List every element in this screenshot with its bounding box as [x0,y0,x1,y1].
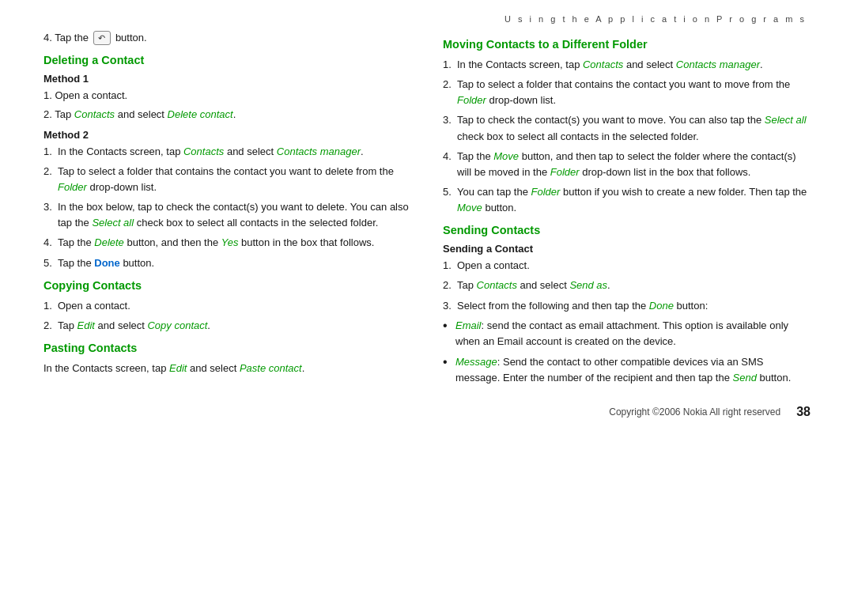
folder-link-mv2: Folder [457,94,486,106]
delete-link-m2: Delete [94,236,124,248]
method1-step1: 1. Open a contact. [43,88,411,104]
method1-step2: 2. Tap Contacts and select Delete contac… [43,107,411,123]
step4-intro: 4. Tap the ↶ button. [43,30,411,46]
folder-link-m2s2: Folder [58,181,87,193]
moving-contacts-title: Moving Contacts to a Different Folder [443,38,811,51]
contacts-link-mv1: Contacts [583,59,623,70]
send-step3: 3. Select from the following and then ta… [443,298,811,314]
method2-step3: 3. In the box below, tap to check the co… [43,199,411,231]
done-link-send: Done [649,300,674,312]
delete-contact-link: Delete contact [168,108,233,120]
header-text: U s i n g t h e A p p l i c a t i o n P … [504,14,807,24]
copy-contact-link: Copy contact [147,319,207,331]
copying-list: 1. Open a contact. 2. Tap Edit and selec… [43,298,411,334]
bullet-email: Email: send the contact as email attachm… [443,318,811,350]
sending-contacts-title: Sending Contacts [443,224,811,236]
method2-step1: 1. In the Contacts screen, tap Contacts … [43,144,411,160]
send-step2: 2. Tap Contacts and select Send as. [443,278,811,293]
move-link-mv4: Move [493,150,519,162]
method2-step2: 2. Tap to select a folder that contains … [43,164,411,195]
left-column: 4. Tap the ↶ button. Deleting a Contact … [43,30,411,391]
move-link-mv5: Move [457,202,482,214]
copying-contacts-title: Copying Contacts [43,279,411,292]
contacts-link-m1: Contacts [74,108,115,120]
method1-heading: Method 1 [43,73,411,85]
folder-link-mv4: Folder [550,166,580,178]
move-step5: 5. You can tap the Folder button if you … [443,184,811,216]
copyright-text: Copyright ©2006 Nokia All right reserved [609,406,780,418]
message-label: Message [455,356,497,368]
copy-step1: 1. Open a contact. [43,298,411,314]
contacts-manager-link-mv: Contacts manager [676,59,760,70]
method2-step5: 5. Tap the Done button. [43,255,411,271]
contacts-link-send: Contacts [477,279,517,291]
contacts-link-m2: Contacts [183,145,224,157]
move-step4: 4. Tap the Move button, and then tap to … [443,149,811,180]
send-step1: 1. Open a contact. [443,258,811,274]
send-link-bullet: Send [733,372,757,384]
contacts-manager-link-m2: Contacts manager [277,145,361,157]
email-label: Email [455,319,482,331]
select-all-link-m2: Select all [92,217,134,229]
send-as-link: Send as [569,279,607,291]
page-footer: Copyright ©2006 Nokia All right reserved… [0,391,854,419]
page-number: 38 [796,405,811,419]
copy-step2: 2. Tap Edit and select Copy contact. [43,318,411,334]
right-column: Moving Contacts to a Different Folder 1.… [443,30,811,391]
step4-text-suffix: button. [115,30,147,46]
move-step2: 2. Tap to select a folder that contains … [443,77,811,108]
bullet-message: Message: Send the contact to other compa… [443,354,811,386]
pasting-text: In the Contacts screen, tap Edit and sel… [43,361,411,376]
method2-heading: Method 2 [43,129,411,141]
paste-contact-link: Paste contact [240,362,302,374]
done-link-m2: Done [94,257,120,269]
edit-link-paste: Edit [169,362,187,374]
deleting-contact-title: Deleting a Contact [43,54,411,66]
method2-list: 1. In the Contacts screen, tap Contacts … [43,144,411,271]
edit-link-copy: Edit [77,319,95,331]
sending-a-contact-heading: Sending a Contact [443,243,811,255]
move-step3: 3. Tap to check the contact(s) you want … [443,112,811,144]
sending-bullets: Email: send the contact as email attachm… [443,318,811,387]
page-header: U s i n g t h e A p p l i c a t i o n P … [0,0,854,30]
select-all-link-mv: Select all [765,114,807,126]
method2-step4: 4. Tap the Delete button, and then the Y… [43,235,411,251]
sending-list: 1. Open a contact. 2. Tap Contacts and s… [443,258,811,313]
back-button-icon: ↶ [93,31,111,45]
folder-link-mv5: Folder [531,186,561,198]
page-content: 4. Tap the ↶ button. Deleting a Contact … [0,30,854,391]
step4-text-prefix: 4. Tap the [43,30,89,46]
pasting-contacts-title: Pasting Contacts [43,342,411,354]
yes-link-m2: Yes [221,236,239,248]
moving-list: 1. In the Contacts screen, tap Contacts … [443,57,811,216]
move-step1: 1. In the Contacts screen, tap Contacts … [443,57,811,73]
